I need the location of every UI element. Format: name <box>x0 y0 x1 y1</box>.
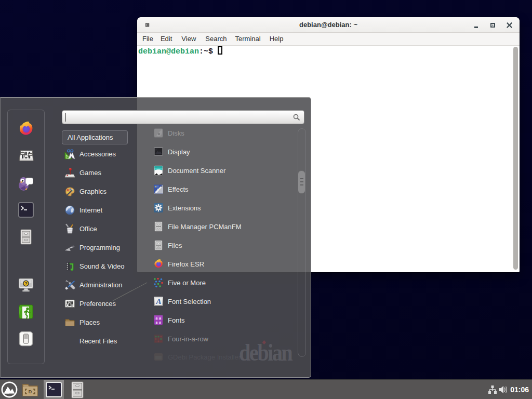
svg-text:A: A <box>155 297 161 305</box>
svg-text:a: a <box>159 320 161 325</box>
svg-text:D: D <box>29 389 32 394</box>
svg-text:?: ? <box>24 281 28 286</box>
svg-text:a: a <box>156 320 158 325</box>
